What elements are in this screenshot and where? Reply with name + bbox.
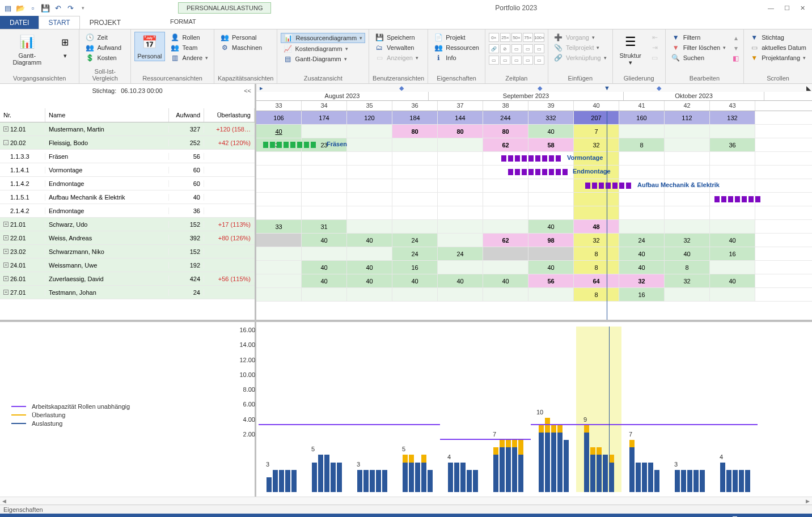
kosten-button[interactable]: 💲Kosten xyxy=(83,53,124,62)
timeline-row[interactable]: Endmontage xyxy=(256,166,812,179)
table-row[interactable]: +21.01Schwarz, Udo152+17 (113%) xyxy=(0,218,255,231)
tb-50[interactable]: 50× xyxy=(511,33,522,42)
link-icon[interactable]: 🔗 xyxy=(489,44,499,53)
new-icon[interactable]: ▫ xyxy=(28,3,37,12)
hscroll[interactable]: ◀▶ xyxy=(0,497,812,505)
left-header: Nr. Name Aufwand Überlastung xyxy=(0,98,255,122)
table-row[interactable]: 1.1.5.1Aufbau Mechanik & Elektrik40 xyxy=(0,190,255,204)
minimize-button[interactable]: — xyxy=(768,5,774,12)
speichern-button[interactable]: 💾Speichern xyxy=(373,33,421,42)
chart[interactable]: 353547109734 16.0014.0012.0010.008.006.0… xyxy=(256,322,812,497)
timeline-row[interactable]: 24248404016 xyxy=(256,247,812,261)
struktur-button[interactable]: ☰Struktur▾ xyxy=(616,32,645,67)
timeline: ▸ ◆ ◆ ▼ ◆ ◣ August 2023September 2023Okt… xyxy=(256,84,812,320)
table-row[interactable]: +22.01Weiss, Andreas392+80 (126%) xyxy=(0,231,255,245)
teilprojekt-button[interactable]: 📎Teilprojekt xyxy=(552,43,609,52)
ribbon-tabs: DATEI START PROJEKT FORMAT xyxy=(0,16,812,29)
redo-icon[interactable]: ↷ xyxy=(66,3,75,12)
timeline-row[interactable]: 33314048 xyxy=(256,220,812,234)
team-button[interactable]: 👥Team xyxy=(168,43,210,52)
table-row[interactable]: 1.1.4.1Vormontage60 xyxy=(0,163,255,177)
timeline-row[interactable] xyxy=(256,206,812,220)
tb-75[interactable]: 75× xyxy=(523,33,533,42)
personal-big-button[interactable]: 📅Personal xyxy=(134,32,164,61)
context-tab[interactable]: PERSONALAUSLASTUNG xyxy=(178,2,271,14)
back-button[interactable]: << xyxy=(244,87,251,94)
window-title: Portfolio 2023 xyxy=(271,4,761,12)
qat-more-icon[interactable]: ▾ xyxy=(78,3,87,12)
tab-projekt[interactable]: PROJEKT xyxy=(80,16,130,29)
title-bar: ▤ 📂 ▫ 💾 ↶ ↷ ▾ PERSONALAUSLASTUNG Portfol… xyxy=(0,0,812,16)
rollen-button[interactable]: 👤Rollen xyxy=(168,33,210,42)
info-button[interactable]: ℹInfo xyxy=(432,53,481,62)
timeline-row[interactable]: 3323625832836Fräsen xyxy=(256,138,812,152)
timeline-row[interactable]: 816 xyxy=(256,288,812,302)
filtern-button[interactable]: ▼Filtern xyxy=(669,33,728,42)
tb-0[interactable]: 0× xyxy=(489,33,499,42)
eig-projekt-button[interactable]: 📄Projekt xyxy=(432,33,481,42)
ressourcendiagramm-button[interactable]: 📊Ressourcendiagramm xyxy=(281,33,365,43)
stichtag-bar: Stichtag: 06.10.23 00:00 << xyxy=(0,84,255,98)
scroll-datum-button[interactable]: ▭aktuelles Datum xyxy=(747,43,809,52)
maximize-button[interactable]: ☐ xyxy=(784,5,790,12)
table-row[interactable]: +12.01Mustermann, Martin327+120 (158… xyxy=(0,122,255,136)
ribbon: 📊Gantt-Diagramm ⊞▾ Vorgangsansichten 🕓Ze… xyxy=(0,29,812,84)
rows-list: +12.01Mustermann, Martin327+120 (158…-20… xyxy=(0,122,255,320)
outdent-icon[interactable]: ⇤ xyxy=(648,33,662,42)
anzeigen-button[interactable]: ▭Anzeigen xyxy=(373,53,421,62)
timeline-markers: ▸ ◆ ◆ ▼ ◆ ◣ xyxy=(256,84,812,92)
tb-25[interactable]: 25× xyxy=(500,33,510,42)
scroll-anfang-button[interactable]: ▼Projektanfang xyxy=(747,53,809,62)
table-row[interactable]: 1.1.3.3Fräsen56 xyxy=(0,150,255,163)
timeline-weeks: 3334353637383940414243 xyxy=(256,101,812,111)
maschinen-button[interactable]: ⚙Maschinen xyxy=(218,43,264,52)
vorgang-button[interactable]: ➕Vorgang xyxy=(552,33,609,42)
timeline-row[interactable]: 40404040405664323240 xyxy=(256,274,812,288)
chart-legend: Arbeitskapazität Rollen unabhängig Überl… xyxy=(0,322,256,497)
tb-100[interactable]: 100× xyxy=(534,33,544,42)
filter-loeschen-button[interactable]: ▼Filter löschen xyxy=(669,43,728,52)
scroll-stichtag-button[interactable]: ▼Stichtag xyxy=(747,33,809,42)
table-row[interactable]: -20.02Fleissig, Bodo252+42 (120%) xyxy=(0,136,255,150)
zeitplan-row1: 0×25×50×75×100× xyxy=(489,33,544,42)
timeline-row[interactable]: 40808080407 xyxy=(256,125,812,138)
timeline-row[interactable]: Aufbau Mechanik & Elektrik xyxy=(256,179,812,193)
unlink-icon[interactable]: ⊘ xyxy=(500,44,510,53)
table-row[interactable]: 2.1.4.2Endmontage36 xyxy=(0,204,255,218)
timeline-row[interactable]: Vormontage xyxy=(256,152,812,166)
tab-datei[interactable]: DATEI xyxy=(0,16,39,29)
andere-button[interactable]: ▥Andere xyxy=(168,53,210,62)
table-row[interactable]: +26.01Zuverlaessig, David424+56 (115%) xyxy=(0,272,255,286)
zusatz-gantt-button[interactable]: ▤Gantt-Diagramm xyxy=(281,54,365,63)
table-row[interactable]: +23.02Schwarzmann, Niko152 xyxy=(0,245,255,258)
table-row[interactable]: +27.01Testmann, Johan24 xyxy=(0,286,255,299)
verknuepfung-button[interactable]: 🔗Verknüpfung xyxy=(552,53,609,62)
gantt-split-button[interactable]: ⊞▾ xyxy=(54,32,76,60)
timeline-row[interactable] xyxy=(256,193,812,206)
lower-pane: Arbeitskapazität Rollen unabhängig Überl… xyxy=(0,322,812,497)
open-icon[interactable]: 📂 xyxy=(16,3,25,12)
timeline-months: August 2023September 2023Oktober 2023 xyxy=(256,92,812,101)
quick-access-toolbar: ▤ 📂 ▫ 💾 ↶ ↷ ▾ xyxy=(0,3,91,12)
gantt-diagramm-button[interactable]: 📊Gantt-Diagramm xyxy=(3,32,51,67)
timeline-row[interactable]: 404024629832243240 xyxy=(256,234,812,247)
timeline-row[interactable]: 404016408408 xyxy=(256,261,812,274)
kostendiagramm-button: 📈Kostendiagramm xyxy=(281,44,365,53)
tab-format[interactable]: FORMAT xyxy=(160,16,206,29)
verwalten-button[interactable]: 🗂Verwalten xyxy=(373,43,421,52)
table-row[interactable]: +24.01Weissmann, Uwe192 xyxy=(0,258,255,272)
close-button[interactable]: ✕ xyxy=(800,5,805,12)
status-bar: MANDANT: Produktion⟳ MODUS: Portfolio FI… xyxy=(0,514,812,517)
save-icon[interactable]: 💾 xyxy=(41,3,50,12)
timeline-body[interactable]: 1061741201841442443322071601121324080808… xyxy=(256,111,812,320)
kap-personal-button[interactable]: 👥Personal xyxy=(218,33,264,42)
aufwand-button[interactable]: 👥Aufwand xyxy=(83,43,124,52)
zeit-button[interactable]: 🕓Zeit xyxy=(83,33,124,42)
eig-ressourcen-button[interactable]: 👥Ressourcen xyxy=(432,43,481,52)
suchen-button[interactable]: 🔍Suchen xyxy=(669,53,728,62)
indent-icon[interactable]: ⇥ xyxy=(648,43,662,52)
table-row[interactable]: 1.1.4.2Endmontage60 xyxy=(0,177,255,190)
left-pane: Stichtag: 06.10.23 00:00 << Nr. Name Auf… xyxy=(0,84,256,320)
undo-icon[interactable]: ↶ xyxy=(53,3,62,12)
tab-start[interactable]: START xyxy=(39,16,79,29)
